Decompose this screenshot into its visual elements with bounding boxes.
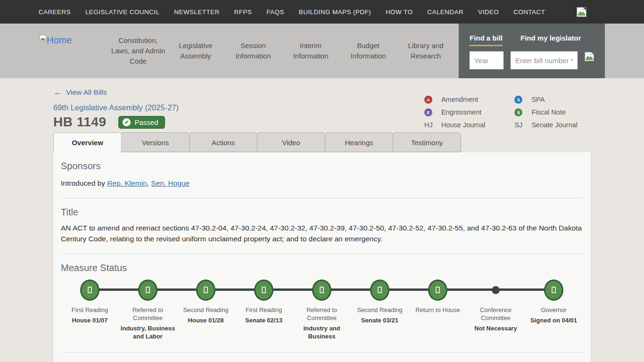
topbar-link-calendar[interactable]: CALENDAR [427,8,463,16]
search-tabs: Find a bill Find my legislator [470,34,605,46]
legend-label-fiscal-note: Fiscal Note [531,108,578,116]
section-divider [61,352,583,353]
nav-item-session-information[interactable]: Session Information [224,41,282,61]
step-label: Second Reading [356,306,403,314]
step-sublabel: Not Necessary [473,325,518,333]
top-utility-bar: CAREERS LEGISLATIVE COUNCIL NEWSLETTER R… [0,0,644,24]
step-complete-icon [312,280,331,301]
engrossment-icon: E [424,108,432,116]
back-arrow-icon: ← [53,88,62,97]
home-link-label: Home [47,35,72,46]
tab-find-my-legislator[interactable]: Find my legislator [520,34,581,46]
search-inputs-row [470,51,605,69]
bill-title-text: AN ACT to amend and reenact sections 47-… [61,223,583,244]
sponsor-link-klemin[interactable]: Rep. Klemin [107,179,147,187]
check-circle-icon: ✔ [123,118,131,126]
missing-glyph-icon [262,287,266,293]
assembly-session-label: 69th Legislative Assembly (2025-27) [53,103,179,112]
step-sublabel: Senate 03/21 [360,317,399,325]
sponsors-heading: Sponsors [61,161,583,172]
nav-item-constitution-laws[interactable]: Constitution, Laws, and Admin Code [109,35,167,66]
legend-label-house-journal: House Journal [441,121,486,129]
tab-actions[interactable]: Actions [189,132,257,152]
timeline-step-referred-committee-house: Referred to Committee Industry, Business… [119,279,177,341]
step-label: Governor [540,306,567,314]
section-divider [61,198,583,198]
bill-identity: ← View All Bills 69th Legislative Assemb… [53,88,179,130]
tab-hearings[interactable]: Hearings [325,132,393,152]
step-complete-icon [196,280,215,301]
tab-video[interactable]: Video [257,132,325,152]
step-sublabel: Industry, Business and Labor [119,325,177,341]
amendment-icon: A [424,96,432,104]
missing-glyph-icon [320,287,324,293]
bill-header-area: ← View All Bills 69th Legislative Assemb… [53,78,591,130]
step-complete-icon [544,280,563,301]
step-label: Referred to Committee [119,306,177,322]
topbar-link-newsletter[interactable]: NEWSLETTER [174,8,219,16]
broken-home-logo-icon [40,35,46,41]
top-utility-menu: CAREERS LEGISLATIVE COUNCIL NEWSLETTER R… [39,7,586,17]
legend-label-spa: SPA [531,96,578,103]
step-sublabel: Signed on 04/01 [529,317,578,325]
timeline-step-first-reading-house: First Reading House 01/07 [61,279,119,341]
topbar-link-building-maps[interactable]: BUILDING MAPS (PDF) [299,8,371,16]
step-label: Second Reading [182,306,229,314]
step-complete-icon [138,280,157,301]
timeline-step-return-to-house: Return to House [409,279,467,341]
tab-versions[interactable]: Versions [121,132,190,152]
timeline-step-governor: Governor Signed on 04/01 [525,279,583,341]
step-complete-icon [80,280,99,301]
house-journal-abbr: HJ [424,121,438,129]
nav-item-interim-information[interactable]: Interim Information [282,41,339,61]
missing-glyph-icon [378,287,382,293]
sponsor-link-hogue[interactable]: Sen. Hogue [151,179,190,187]
step-label: First Reading [71,306,109,314]
primary-navigation: Constitution, Laws, and Admin Code Legis… [109,24,454,78]
view-all-bills-link[interactable]: ← View All Bills [53,88,107,97]
main-content: ← View All Bills 69th Legislative Assemb… [53,78,591,362]
fiscal-note-icon: $ [514,108,522,116]
topbar-link-video[interactable]: VIDEO [478,8,499,16]
nav-item-legislative-assembly[interactable]: Legislative Assembly [167,41,224,61]
sponsors-line: Introduced by Rep. Klemin, Sen. Hogue [61,178,583,189]
tab-overview[interactable]: Overview [53,132,122,152]
topbar-link-how-to[interactable]: HOW TO [386,8,413,16]
step-sublabel: House 01/28 [187,317,225,325]
missing-glyph-icon [204,287,208,293]
legend-label-amendment: Amendment [441,96,486,103]
step-label: Referred to Committee [293,306,351,322]
topbar-link-legislative-council[interactable]: LEGISLATIVE COUNCIL [85,8,159,16]
bill-search-panel: Find a bill Find my legislator [459,24,605,78]
timeline-step-second-reading-house: Second Reading House 01/28 [177,279,235,341]
spa-icon: S [514,96,522,104]
measure-status-timeline: First Reading House 01/07 Referred to Co… [61,279,583,341]
tab-find-a-bill[interactable]: Find a bill [470,34,503,46]
broken-image-icon[interactable] [577,7,586,17]
step-sublabel: Industry and Business [293,325,351,341]
step-label: Return to House [414,306,461,314]
year-input[interactable] [470,51,504,69]
missing-glyph-icon [436,287,440,293]
bill-detail-tabs: Overview Versions Actions Video Hearings… [53,132,591,152]
bill-number-input[interactable] [511,51,578,69]
journal-legend: A Amendment E Engrossment HJ House Journ… [424,88,591,130]
broken-search-button-icon[interactable] [585,52,594,61]
timeline-step-conference-committee: Conference Committee Not Necessary [467,279,525,341]
timeline-step-first-reading-senate: First Reading Senate 02/13 [235,279,293,341]
nav-item-budget-information[interactable]: Budget Information [339,41,397,61]
topbar-link-careers[interactable]: CAREERS [39,8,71,16]
bill-number-row: HB 1149 ✔ Passed [53,114,179,130]
nav-item-library-research[interactable]: Library and Research [397,41,454,61]
timeline-step-second-reading-senate: Second Reading Senate 03/21 [351,279,409,341]
title-heading: Title [61,207,583,218]
topbar-link-faqs[interactable]: FAQS [266,8,284,16]
legend-label-senate-journal: Senate Journal [531,121,578,129]
home-link[interactable]: Home [40,35,72,46]
measure-status-heading: Measure Status [61,263,583,273]
topbar-link-contact[interactable]: CONTACT [513,8,545,16]
topbar-link-rfps[interactable]: RFPS [234,8,252,16]
step-complete-icon [428,280,447,301]
tab-testimony[interactable]: Testimony [393,132,461,152]
step-sublabel: Senate 02/13 [244,317,283,325]
